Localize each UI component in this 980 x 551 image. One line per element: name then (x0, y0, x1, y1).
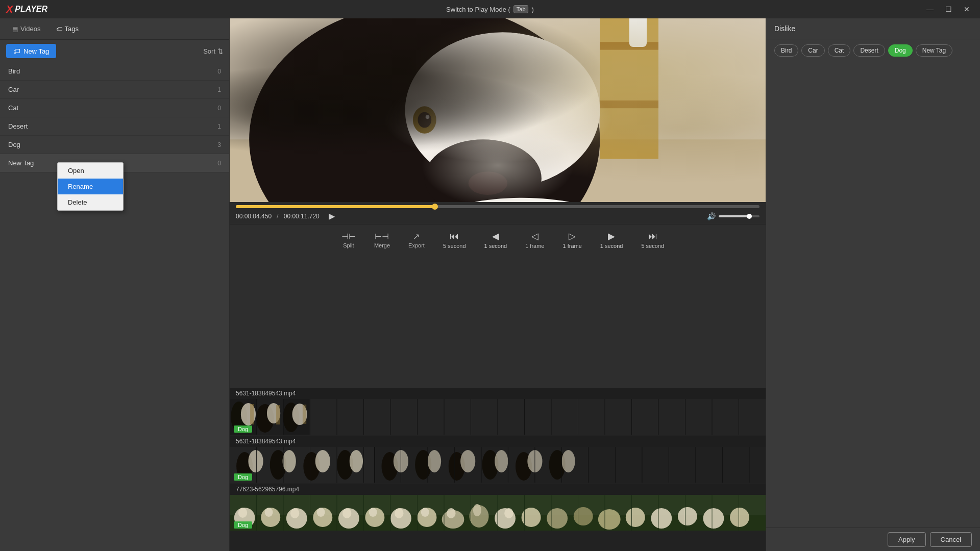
titlebar-mode-switch[interactable]: Switch to Play Mode ( Tab ) (446, 5, 534, 13)
switch-mode-suffix: ) (532, 6, 534, 13)
tag-item-car[interactable]: Car 1 (0, 81, 229, 99)
tag-item-bird[interactable]: Bird 0 (0, 62, 229, 81)
sidebar-tabs: ▤ Videos 🏷 Tags (0, 18, 229, 40)
dislike-label: Dislike (774, 24, 795, 33)
timeline-area: 5631-183849543.mp4 // frames (230, 388, 766, 551)
center-panel: 00:00:04.450 / 00:00:11.720 ▶ 🔊 (230, 18, 766, 551)
fwd-1s-button[interactable]: ▶ 1 second (596, 229, 627, 251)
volume-bar[interactable] (719, 215, 760, 217)
back-5s-icon: ⏮ (450, 231, 459, 242)
svg-rect-29 (303, 405, 306, 424)
context-menu-delete[interactable]: Delete (58, 194, 123, 210)
export-button[interactable]: ↗ Export (404, 230, 429, 251)
export-label: Export (408, 242, 425, 248)
right-panel: Dislike Bird Car Cat Desert Dog New Tag … (766, 18, 980, 551)
track-1-header: 5631-183849543.mp4 (230, 388, 766, 399)
minimize-button[interactable]: — (923, 2, 937, 16)
tag-count: 1 (217, 123, 221, 130)
play-button[interactable]: ▶ (325, 211, 339, 221)
context-menu-rename[interactable]: Rename (58, 179, 123, 194)
track-3-filmstrip[interactable]: Dog (230, 495, 766, 531)
fwd-5s-button[interactable]: ⏭ 5 second (637, 229, 668, 251)
fwd-1f-button[interactable]: ▷ 1 frame (558, 229, 585, 251)
tag-count: 1 (217, 86, 221, 93)
fwd-1s-icon: ▶ (608, 231, 615, 242)
sort-button[interactable]: Sort ⇅ (203, 47, 223, 55)
sidebar-tab-videos[interactable]: ▤ Videos (6, 22, 47, 35)
tag-chip-dog[interactable]: Dog (888, 44, 913, 57)
volume-area: 🔊 (707, 212, 760, 220)
track-3-svg (230, 495, 766, 531)
tag-chip-newtag[interactable]: New Tag (916, 44, 952, 57)
sidebar: ▤ Videos 🏷 Tags 🏷 New Tag Sort ⇅ Bird 0 (0, 18, 230, 551)
frame-controls: ⊣⊢ Split ⊢⊣ Merge ↗ Export ⏮ 5 s (230, 224, 766, 255)
volume-icon: 🔊 (707, 212, 716, 220)
video-art (230, 18, 766, 202)
app-logo: XPLAYER (6, 4, 47, 15)
tag-count: 0 (217, 68, 221, 75)
track-1-svg: // frames (230, 399, 766, 435)
tag-chip-desert[interactable]: Desert (853, 44, 885, 57)
svg-rect-21 (250, 404, 254, 424)
track-2-filmstrip[interactable]: Dog (230, 447, 766, 483)
svg-point-101 (317, 508, 325, 517)
video-controls: 00:00:04.450 / 00:00:11.720 ▶ 🔊 (230, 202, 766, 224)
sidebar-toolbar: 🏷 New Tag Sort ⇅ (0, 40, 229, 62)
context-menu-open[interactable]: Open (58, 163, 123, 179)
track-2-header: 5631-183849543.mp4 (230, 436, 766, 447)
merge-button[interactable]: ⊢⊣ Merge (370, 230, 394, 251)
progress-fill (236, 205, 435, 208)
fwd-5s-icon: ⏭ (648, 231, 657, 242)
sort-label: Sort (203, 47, 215, 55)
new-tag-label: New Tag (23, 47, 49, 55)
fwd-1s-label: 1 second (600, 243, 623, 249)
split-button[interactable]: ⊣⊢ Split (337, 230, 360, 251)
back-5s-button[interactable]: ⏮ 5 second (439, 229, 470, 251)
sidebar-tab-videos-label: Videos (20, 25, 41, 33)
back-5s-label: 5 second (443, 243, 466, 249)
tag-chip-bird[interactable]: Bird (774, 44, 798, 57)
fwd-5s-label: 5 second (641, 243, 664, 249)
export-icon: ↗ (413, 232, 420, 241)
close-button[interactable]: ✕ (960, 2, 974, 16)
svg-point-71 (561, 450, 575, 472)
tag-item-cat[interactable]: Cat 0 (0, 99, 229, 117)
svg-point-122 (678, 507, 697, 525)
back-1f-button[interactable]: ◁ 1 frame (521, 229, 548, 251)
back-1s-button[interactable]: ◀ 1 second (480, 229, 511, 251)
svg-point-124 (730, 508, 749, 527)
track-1-filmstrip[interactable]: // frames (230, 399, 766, 435)
svg-rect-25 (276, 405, 280, 424)
titlebar-buttons: — ☐ ✕ (923, 2, 974, 16)
svg-point-120 (626, 508, 645, 527)
cancel-button[interactable]: Cancel (930, 532, 972, 547)
new-tag-button[interactable]: 🏷 New Tag (6, 44, 56, 58)
tag-chip-cat[interactable]: Cat (828, 44, 851, 57)
svg-point-57 (350, 450, 363, 472)
tag-chip-car[interactable]: Car (801, 44, 824, 57)
svg-point-113 (473, 504, 481, 516)
svg-point-103 (342, 508, 352, 518)
maximize-button[interactable]: ☐ (941, 2, 955, 16)
apply-button[interactable]: Apply (888, 532, 926, 547)
back-1s-icon: ◀ (492, 231, 499, 242)
merge-icon: ⊢⊣ (375, 232, 389, 241)
track-2-svg (230, 447, 766, 483)
track-3-label: Dog (234, 521, 252, 529)
logo-x: X (6, 4, 13, 15)
sidebar-tab-tags[interactable]: 🏷 Tags (50, 22, 85, 35)
tag-name: Desert (8, 122, 28, 130)
back-1f-icon: ◁ (531, 231, 538, 242)
tag-name: Cat (8, 104, 18, 112)
svg-point-65 (460, 450, 475, 472)
split-label: Split (343, 242, 354, 248)
svg-point-97 (265, 508, 273, 517)
tag-item-dog[interactable]: Dog 3 (0, 136, 229, 154)
tag-item-desert[interactable]: Desert 1 (0, 117, 229, 136)
svg-point-115 (504, 508, 513, 518)
svg-point-53 (283, 450, 296, 472)
timeline-track-1: 5631-183849543.mp4 // frames (230, 388, 766, 435)
split-icon: ⊣⊢ (341, 232, 356, 241)
progress-bar[interactable] (236, 205, 760, 208)
toolbar-left-buttons: ⊣⊢ Split ⊢⊣ Merge ↗ Export (327, 230, 429, 251)
